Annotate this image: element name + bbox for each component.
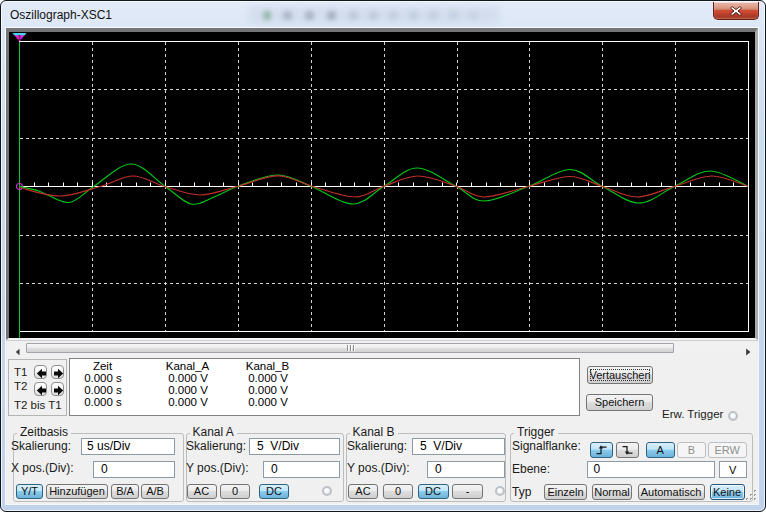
svg-text:1: 1 bbox=[18, 34, 22, 41]
